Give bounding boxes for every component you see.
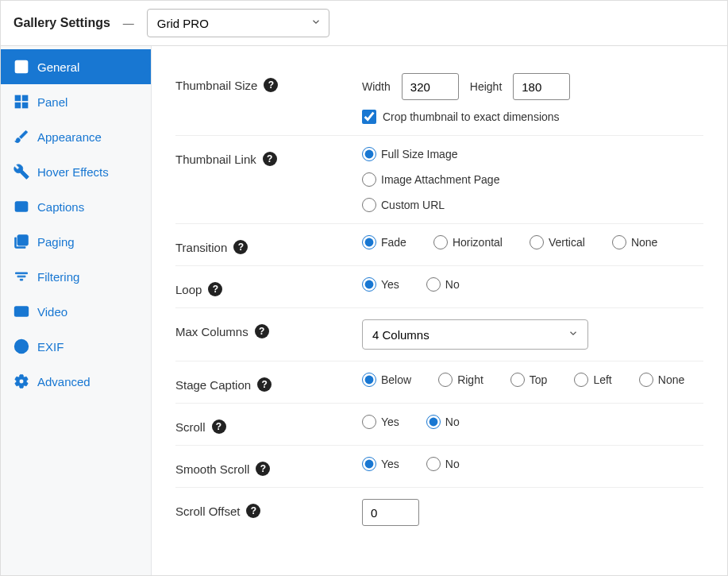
radio-full-size-image[interactable]: Full Size Image xyxy=(362,147,703,161)
sidebar-item-exif[interactable]: EXIF xyxy=(1,329,151,364)
sidebar-item-label: Video xyxy=(37,305,67,319)
dash-separator: — xyxy=(123,17,134,29)
row-scroll: Scroll ? Yes No xyxy=(175,404,703,446)
svg-rect-5 xyxy=(23,103,28,108)
radio-attachment-page[interactable]: Image Attachment Page xyxy=(362,172,703,187)
label-scroll: Scroll ? xyxy=(175,415,362,434)
header: Gallery Settings — Grid PRO xyxy=(1,1,727,45)
sidebar: General Panel Appearance Hover Effects C… xyxy=(1,46,152,575)
label-stage-caption: Stage Caption ? xyxy=(175,373,362,392)
body: General Panel Appearance Hover Effects C… xyxy=(1,45,727,575)
help-icon[interactable]: ? xyxy=(263,152,277,166)
label-loop: Loop ? xyxy=(175,277,362,296)
radio-scroll-no[interactable]: No xyxy=(426,415,460,429)
crop-checkbox[interactable] xyxy=(362,110,376,124)
paging-icon xyxy=(13,234,29,249)
width-input[interactable] xyxy=(402,73,459,100)
row-scroll-offset: Scroll Offset ? xyxy=(175,488,703,537)
row-thumbnail-size: Thumbnail Size ? Width Height Crop thumb… xyxy=(175,62,703,136)
field-thumbnail-size: Width Height Crop thumbnail to exact dim… xyxy=(362,73,703,124)
sidebar-item-label: Appearance xyxy=(37,130,102,144)
label-smooth-scroll: Smooth Scroll ? xyxy=(175,457,362,476)
row-loop: Loop ? Yes No xyxy=(175,266,703,308)
sidebar-item-filtering[interactable]: Filtering xyxy=(1,259,151,294)
sidebar-item-advanced[interactable]: Advanced xyxy=(1,364,151,399)
help-icon[interactable]: ? xyxy=(208,282,222,296)
field-transition: Fade Horizontal Vertical None xyxy=(362,235,703,249)
height-label: Height xyxy=(470,80,502,93)
row-max-columns: Max Columns ? 4 Columns xyxy=(175,308,703,361)
help-icon[interactable]: ? xyxy=(255,324,269,338)
crop-label: Crop thumbnail to exact dimensions xyxy=(383,110,560,123)
radio-none[interactable]: None xyxy=(612,235,657,249)
sidebar-item-label: General xyxy=(37,60,79,74)
help-icon[interactable]: ? xyxy=(264,78,278,92)
row-stage-caption: Stage Caption ? Below Right Top Left Non… xyxy=(175,361,703,404)
radio-right[interactable]: Right xyxy=(438,373,483,387)
radio-loop-yes[interactable]: Yes xyxy=(362,277,399,292)
radio-below[interactable]: Below xyxy=(362,373,411,387)
radio-horizontal[interactable]: Horizontal xyxy=(433,235,503,249)
width-label: Width xyxy=(362,80,391,93)
sidebar-item-captions[interactable]: Captions xyxy=(1,189,151,224)
image-icon xyxy=(13,59,29,75)
max-columns-select[interactable]: 4 Columns xyxy=(362,319,588,350)
field-scroll-offset xyxy=(362,499,703,526)
sidebar-item-general[interactable]: General xyxy=(1,49,151,84)
label-transition: Transition ? xyxy=(175,235,362,254)
radio-loop-no[interactable]: No xyxy=(426,277,460,292)
radio-smooth-no[interactable]: No xyxy=(426,457,460,471)
svg-rect-2 xyxy=(16,96,21,101)
svg-rect-3 xyxy=(23,96,28,101)
label-thumbnail-link: Thumbnail Link ? xyxy=(175,147,362,166)
field-stage-caption: Below Right Top Left None xyxy=(362,373,703,387)
svg-rect-4 xyxy=(16,103,21,108)
help-icon[interactable]: ? xyxy=(212,419,226,434)
help-icon[interactable]: ? xyxy=(256,462,270,476)
svg-point-1 xyxy=(18,64,20,66)
sidebar-item-label: Paging xyxy=(37,235,75,249)
row-thumbnail-link: Thumbnail Link ? Full Size Image Image A… xyxy=(175,136,703,224)
radio-vertical[interactable]: Vertical xyxy=(530,235,585,249)
label-max-columns: Max Columns ? xyxy=(175,319,362,338)
help-icon[interactable]: ? xyxy=(246,504,260,518)
template-select[interactable]: Grid PRO xyxy=(147,9,329,37)
captions-icon xyxy=(13,199,29,215)
row-transition: Transition ? Fade Horizontal Vertical No… xyxy=(175,224,703,266)
height-input[interactable] xyxy=(513,73,570,100)
sidebar-item-label: Panel xyxy=(37,95,67,109)
info-icon xyxy=(13,338,29,354)
page-title: Gallery Settings xyxy=(13,16,110,30)
field-thumbnail-link: Full Size Image Image Attachment Page Cu… xyxy=(362,147,703,212)
sidebar-item-panel[interactable]: Panel xyxy=(1,84,151,119)
scroll-offset-input[interactable] xyxy=(362,499,419,526)
sidebar-item-hover-effects[interactable]: Hover Effects xyxy=(1,154,151,189)
field-max-columns: 4 Columns xyxy=(362,319,703,350)
radio-smooth-yes[interactable]: Yes xyxy=(362,457,399,471)
help-icon[interactable]: ? xyxy=(233,240,248,254)
radio-custom-url[interactable]: Custom URL xyxy=(362,198,703,212)
field-loop: Yes No xyxy=(362,277,703,292)
radio-fade[interactable]: Fade xyxy=(362,235,406,249)
label-thumbnail-size: Thumbnail Size ? xyxy=(175,73,362,92)
radio-stage-none[interactable]: None xyxy=(639,373,684,387)
sidebar-item-label: Captions xyxy=(37,200,84,214)
sidebar-item-label: Advanced xyxy=(37,375,91,389)
filter-icon xyxy=(13,269,29,284)
wrench-icon xyxy=(13,164,29,180)
brush-icon xyxy=(13,129,29,145)
radio-scroll-yes[interactable]: Yes xyxy=(362,415,399,429)
radio-top[interactable]: Top xyxy=(510,373,548,387)
grid-icon xyxy=(13,94,29,110)
sidebar-item-label: Hover Effects xyxy=(37,165,109,179)
video-icon xyxy=(13,303,29,319)
field-smooth-scroll: Yes No xyxy=(362,457,703,471)
sidebar-item-paging[interactable]: Paging xyxy=(1,224,151,259)
help-icon[interactable]: ? xyxy=(257,377,272,392)
radio-left[interactable]: Left xyxy=(574,373,611,387)
row-smooth-scroll: Smooth Scroll ? Yes No xyxy=(175,446,703,488)
sidebar-item-label: EXIF xyxy=(37,340,64,354)
sidebar-item-appearance[interactable]: Appearance xyxy=(1,119,151,154)
sidebar-item-label: Filtering xyxy=(37,270,79,284)
sidebar-item-video[interactable]: Video xyxy=(1,294,151,329)
